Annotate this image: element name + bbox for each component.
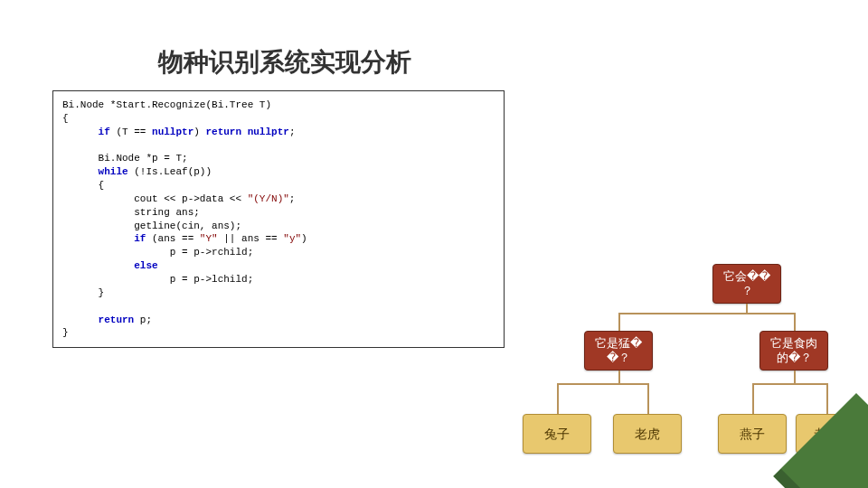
conn xyxy=(826,383,828,414)
conn xyxy=(752,383,754,414)
c1d: ) xyxy=(193,127,205,137)
c1g: ; xyxy=(289,127,296,137)
tree-right: 它是食肉 的�？ xyxy=(760,331,828,371)
leaf1-text: 兔子 xyxy=(544,427,570,442)
c6: getline(cin, ans); xyxy=(134,221,241,231)
kw-if: if xyxy=(99,127,110,137)
kw-return: return xyxy=(205,127,241,137)
tree-root: 它会�� ？ xyxy=(712,264,781,304)
kw-else: else xyxy=(134,260,157,271)
right-text: 它是食肉 的�？ xyxy=(770,336,817,364)
code-close: } xyxy=(62,327,69,338)
leaf2-text: 老虎 xyxy=(635,427,660,442)
conn xyxy=(557,383,559,414)
c11: } xyxy=(99,287,105,298)
left-text: 它是猛� �？ xyxy=(595,336,642,364)
tree-left: 它是猛� �？ xyxy=(584,331,653,371)
c4c: ; xyxy=(289,193,296,204)
conn xyxy=(618,371,620,383)
c4a: cout << p->data << xyxy=(134,193,247,204)
conn xyxy=(618,313,620,331)
c12b: p; xyxy=(134,314,152,325)
conn xyxy=(557,383,647,385)
c3c: { xyxy=(99,180,105,191)
str2: "Y" xyxy=(200,233,218,244)
leaf-2: 老虎 xyxy=(613,414,682,454)
str3: "y" xyxy=(283,233,301,244)
str1: "(Y/N)" xyxy=(248,193,289,204)
leaf-3: 燕子 xyxy=(718,414,787,454)
c2: Bi.Node *p = T; xyxy=(99,153,188,164)
code-block: Bi.Node *Start.Recognize(Bi.Tree T) { if… xyxy=(52,90,505,348)
leaf3-text: 燕子 xyxy=(740,427,765,442)
code-open: { xyxy=(62,113,69,124)
conn xyxy=(618,313,796,314)
c3b: (!Is.Leaf(p)) xyxy=(128,166,212,177)
conn xyxy=(647,383,649,414)
conn xyxy=(794,371,796,383)
kw-while: while xyxy=(99,166,128,177)
c7f: ) xyxy=(301,233,307,244)
conn xyxy=(794,313,796,331)
kw-if2: if xyxy=(134,233,146,244)
leaf-1: 兔子 xyxy=(523,414,591,454)
kw-nullptr: nullptr xyxy=(152,127,193,137)
root-text: 它会�� ？ xyxy=(723,269,770,297)
c7d: || ans == xyxy=(218,233,284,244)
page-title: 物种识别系统实现分析 xyxy=(158,45,411,80)
c5: string ans; xyxy=(134,207,200,218)
conn xyxy=(746,304,748,313)
kw-nullptr2: nullptr xyxy=(241,127,289,137)
c1b: (T == xyxy=(110,127,152,137)
kw-return2: return xyxy=(99,314,135,325)
title-bold: 物种识别系统实现分析 xyxy=(158,48,411,76)
c7b: (ans == xyxy=(146,233,199,244)
c8: p = p->rchild; xyxy=(170,247,253,258)
code-sig: Bi.Node *Start.Recognize(Bi.Tree T) xyxy=(62,99,271,110)
c10: p = p->lchild; xyxy=(170,274,253,285)
conn xyxy=(752,383,826,385)
